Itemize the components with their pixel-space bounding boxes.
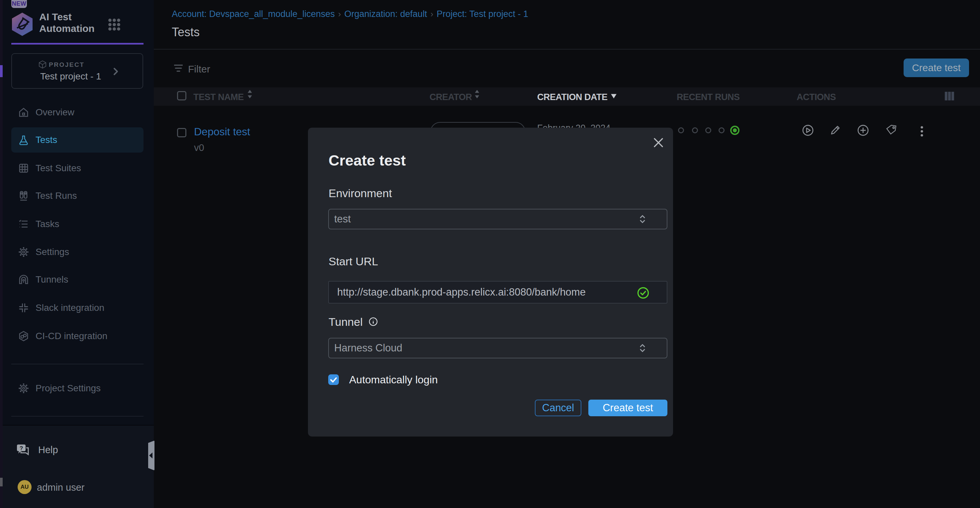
svg-text:?: ?	[20, 445, 23, 452]
